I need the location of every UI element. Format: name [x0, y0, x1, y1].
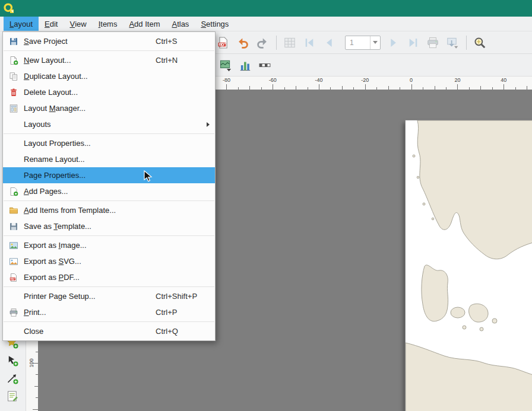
menubar-item-layout[interactable]: Layout	[4, 17, 39, 31]
menu-item-shortcut: Ctrl+N	[156, 56, 210, 65]
ruler-label: 20	[454, 77, 460, 83]
menu-item-add-items-from-template[interactable]: Add Items from Template...	[3, 202, 215, 218]
atlas-page-value: 1	[346, 39, 370, 47]
ruler-label: 0	[410, 77, 413, 83]
save-template-icon-slot	[7, 221, 21, 232]
atlas-prev-icon	[322, 36, 335, 49]
mouse-cursor	[144, 170, 156, 183]
menu-item-label: Layouts	[24, 120, 156, 129]
menu-item-layout-manager[interactable]: Layout Manager...	[3, 100, 215, 116]
menu-item-rename-layout[interactable]: Rename Layout...	[3, 151, 215, 167]
menubar-item-view[interactable]: View	[64, 17, 92, 31]
toolbar-button-atlas-next[interactable]	[385, 34, 402, 51]
menu-bar: LayoutEditViewItemsAdd ItemAtlasSettings	[0, 17, 532, 31]
menu-item-export-as-svg[interactable]: Export as SVG...	[3, 253, 215, 269]
no-icon-slot	[7, 170, 21, 181]
menu-item-label: Save Project	[24, 37, 156, 46]
map-land-scandinavia	[417, 120, 532, 259]
export-atlas-icon	[446, 36, 459, 49]
menu-item-new-layout[interactable]: New Layout...Ctrl+N	[3, 52, 215, 68]
qgis-logo-icon	[3, 2, 15, 14]
menu-item-save-as-template[interactable]: Save as Template...	[3, 218, 215, 234]
menu-item-printer-page-setup[interactable]: Printer Page Setup...Ctrl+Shift+P	[3, 288, 215, 304]
ruler-tick	[457, 84, 458, 90]
menu-item-label: Print...	[24, 308, 156, 317]
menu-item-label: New Layout...	[24, 56, 156, 65]
menubar-item-items[interactable]: Items	[93, 17, 124, 31]
atlas-first-icon	[303, 36, 316, 49]
menu-item-save-project[interactable]: Save ProjectCtrl+S	[3, 33, 215, 49]
menu-item-close[interactable]: CloseCtrl+Q	[3, 323, 215, 339]
toolbar-button-export-atlas[interactable]	[444, 34, 461, 51]
menubar-item-atlas[interactable]: Atlas	[166, 17, 195, 31]
new-layout-icon	[9, 56, 18, 65]
menu-item-delete-layout[interactable]: Delete Layout...	[3, 84, 215, 100]
menubar-item-settings[interactable]: Settings	[195, 17, 235, 31]
toolbar-button-atlas-settings[interactable]	[281, 34, 298, 51]
map-islet	[432, 218, 434, 220]
toolbar-button-atlas-first[interactable]	[301, 34, 318, 51]
toolbar-button-undo[interactable]	[235, 34, 251, 51]
menu-item-layout-properties[interactable]: Layout Properties...	[3, 135, 215, 151]
map-islet	[423, 203, 425, 205]
ruler-label: -80	[223, 77, 230, 83]
toolbar-button-add-map[interactable]	[217, 57, 234, 74]
menu-item-export-as-image[interactable]: Export as Image...	[3, 237, 215, 253]
folder-icon-slot	[7, 205, 21, 216]
toolbar-button-zoom-full[interactable]	[471, 34, 488, 51]
add-pages-icon-slot	[7, 186, 21, 197]
toolbar-button-print[interactable]	[425, 34, 441, 51]
toolbar-button-redo[interactable]	[254, 34, 271, 51]
layout-manager-icon	[9, 104, 18, 113]
no-icon-slot	[7, 154, 21, 165]
toolbar-button-atlas-prev[interactable]	[321, 34, 337, 51]
no-icon-slot	[7, 138, 21, 149]
add-annotation-icon	[7, 390, 18, 402]
folder-icon	[9, 206, 18, 215]
ruler-label: 100	[28, 358, 34, 367]
map-land-germany	[406, 343, 532, 411]
menubar-item-add-item[interactable]: Add Item	[123, 17, 166, 31]
menu-item-export-as-pdf[interactable]: Export as PDF...	[3, 269, 215, 285]
menu-item-duplicate-layout[interactable]: Duplicate Layout...	[3, 68, 215, 84]
menu-item-shortcut: Ctrl+S	[156, 37, 210, 46]
toolbar-button-atlas-last[interactable]	[405, 34, 422, 51]
no-icon-slot	[7, 119, 21, 130]
no-icon-slot	[7, 291, 21, 302]
toolbar-button-add-annotation[interactable]	[5, 389, 20, 403]
save-project-icon	[9, 37, 18, 46]
menu-item-label: Duplicate Layout...	[24, 72, 156, 81]
print-icon	[9, 308, 18, 317]
map-item[interactable]	[406, 120, 532, 411]
menu-item-add-pages[interactable]: Add Pages...	[3, 183, 215, 199]
print-icon-slot	[7, 307, 21, 318]
left-toolbar-icons	[5, 336, 20, 407]
atlas-page-combo[interactable]: 1	[345, 36, 381, 50]
toolbar-button-add-arrow[interactable]	[5, 371, 20, 385]
export-pdf-icon	[217, 36, 230, 49]
ruler-tick	[33, 409, 38, 410]
export-pdf-icon-slot	[7, 272, 21, 283]
toolbar-button-add-scalebar[interactable]	[256, 57, 273, 74]
export-image-icon-slot	[7, 240, 21, 251]
export-svg-icon	[9, 257, 18, 266]
ruler-tick	[273, 84, 273, 90]
toolbar-button-export-pdf[interactable]	[215, 34, 232, 51]
menubar-item-edit[interactable]: Edit	[39, 17, 64, 31]
toolbar-button-add-chart[interactable]	[237, 57, 254, 74]
duplicate-layout-icon	[9, 72, 18, 81]
export-pdf-icon	[9, 273, 18, 282]
submenu-arrow-icon	[207, 122, 210, 127]
toolbar-button-add-node-item[interactable]	[5, 353, 20, 368]
menu-separator	[4, 133, 214, 134]
menu-item-shortcut: Ctrl+Shift+P	[156, 292, 210, 301]
menu-item-page-properties[interactable]: Page Properties...	[3, 167, 215, 183]
duplicate-layout-icon-slot	[7, 71, 21, 82]
combo-dropdown-button[interactable]	[370, 36, 380, 49]
layout-page[interactable]	[406, 120, 532, 411]
ruler-tick	[411, 84, 412, 90]
menu-item-layouts[interactable]: Layouts	[3, 116, 215, 132]
menu-item-print[interactable]: Print...Ctrl+P	[3, 304, 215, 320]
add-scalebar-icon	[258, 59, 271, 72]
menu-item-shortcut: Ctrl+Q	[156, 327, 210, 336]
